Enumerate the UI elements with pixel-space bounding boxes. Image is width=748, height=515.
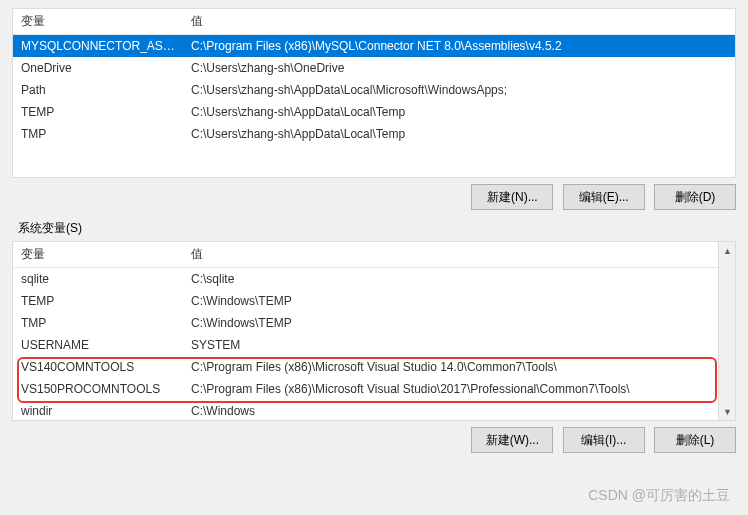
col-header-variable[interactable]: 变量 (13, 9, 183, 35)
table-row[interactable]: OneDriveC:\Users\zhang-sh\OneDrive (13, 57, 735, 79)
user-variables-buttons: 新建(N)... 编辑(E)... 删除(D) (12, 184, 736, 210)
val-cell: C:\Users\zhang-sh\AppData\Local\Temp (183, 123, 735, 145)
table-row[interactable]: TEMPC:\Windows\TEMP (13, 290, 718, 312)
val-cell: SYSTEM (183, 334, 718, 356)
val-cell: C:\Windows (183, 400, 718, 420)
table-row[interactable]: USERNAMESYSTEM (13, 334, 718, 356)
col-header-value[interactable]: 值 (183, 242, 718, 268)
scroll-up-icon[interactable]: ▲ (719, 242, 736, 259)
var-cell: TEMP (13, 290, 183, 312)
val-cell: C:\Program Files (x86)\MySQL\Connector N… (183, 35, 735, 58)
delete-button[interactable]: 删除(L) (654, 427, 736, 453)
val-cell: C:\Users\zhang-sh\AppData\Local\Microsof… (183, 79, 735, 101)
user-variables-table[interactable]: 变量 值 MYSQLCONNECTOR_ASS...C:\Program Fil… (13, 9, 735, 145)
edit-button[interactable]: 编辑(I)... (563, 427, 645, 453)
system-variables-panel: 变量 值 sqliteC:\sqliteTEMPC:\Windows\TEMPT… (12, 241, 736, 421)
var-cell: Path (13, 79, 183, 101)
new-button[interactable]: 新建(N)... (471, 184, 553, 210)
var-cell: MYSQLCONNECTOR_ASS... (13, 35, 183, 58)
table-row[interactable]: VS150PROCOMNTOOLSC:\Program Files (x86)\… (13, 378, 718, 400)
system-variables-buttons: 新建(W)... 编辑(I)... 删除(L) (12, 427, 736, 453)
table-row[interactable]: TMPC:\Windows\TEMP (13, 312, 718, 334)
table-row[interactable]: windirC:\Windows (13, 400, 718, 420)
table-row[interactable]: PathC:\Users\zhang-sh\AppData\Local\Micr… (13, 79, 735, 101)
table-row[interactable]: TMPC:\Users\zhang-sh\AppData\Local\Temp (13, 123, 735, 145)
user-variables-panel: 变量 值 MYSQLCONNECTOR_ASS...C:\Program Fil… (12, 8, 736, 178)
val-cell: C:\Program Files (x86)\Microsoft Visual … (183, 356, 718, 378)
var-cell: VS150PROCOMNTOOLS (13, 378, 183, 400)
var-cell: windir (13, 400, 183, 420)
var-cell: TEMP (13, 101, 183, 123)
val-cell: C:\Windows\TEMP (183, 312, 718, 334)
val-cell: C:\Program Files (x86)\Microsoft Visual … (183, 378, 718, 400)
val-cell: C:\Users\zhang-sh\AppData\Local\Temp (183, 101, 735, 123)
delete-button[interactable]: 删除(D) (654, 184, 736, 210)
scrollbar[interactable]: ▲ ▼ (718, 242, 735, 420)
val-cell: C:\Users\zhang-sh\OneDrive (183, 57, 735, 79)
system-variables-table[interactable]: 变量 值 sqliteC:\sqliteTEMPC:\Windows\TEMPT… (13, 242, 718, 420)
var-cell: sqlite (13, 268, 183, 291)
table-row[interactable]: TEMPC:\Users\zhang-sh\AppData\Local\Temp (13, 101, 735, 123)
var-cell: USERNAME (13, 334, 183, 356)
var-cell: VS140COMNTOOLS (13, 356, 183, 378)
watermark: CSDN @可厉害的土豆 (588, 487, 730, 505)
var-cell: TMP (13, 123, 183, 145)
scroll-down-icon[interactable]: ▼ (719, 403, 736, 420)
col-header-value[interactable]: 值 (183, 9, 735, 35)
var-cell: OneDrive (13, 57, 183, 79)
table-row[interactable]: VS140COMNTOOLSC:\Program Files (x86)\Mic… (13, 356, 718, 378)
new-button[interactable]: 新建(W)... (471, 427, 553, 453)
val-cell: C:\Windows\TEMP (183, 290, 718, 312)
table-row[interactable]: sqliteC:\sqlite (13, 268, 718, 291)
var-cell: TMP (13, 312, 183, 334)
table-row[interactable]: MYSQLCONNECTOR_ASS...C:\Program Files (x… (13, 35, 735, 58)
val-cell: C:\sqlite (183, 268, 718, 291)
col-header-variable[interactable]: 变量 (13, 242, 183, 268)
system-variables-label: 系统变量(S) (18, 220, 748, 237)
edit-button[interactable]: 编辑(E)... (563, 184, 645, 210)
